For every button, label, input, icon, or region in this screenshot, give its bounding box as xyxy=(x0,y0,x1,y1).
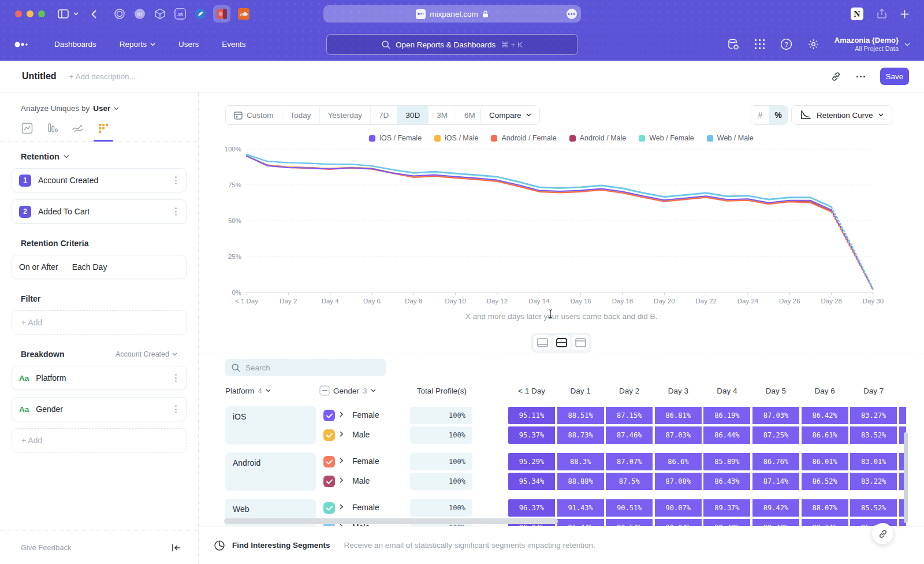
range-3m[interactable]: 3M xyxy=(429,106,456,124)
retention-value-cell[interactable]: 87.46% xyxy=(606,426,653,444)
expand-row-icon[interactable] xyxy=(340,504,343,510)
retention-value-cell[interactable]: 85.67% xyxy=(850,519,897,526)
compare-button[interactable]: Compare xyxy=(480,105,540,125)
range-30d[interactable]: 30D xyxy=(397,106,429,124)
platform-column-header[interactable]: Platform4 xyxy=(225,381,271,400)
range-6m[interactable]: 6M xyxy=(456,106,484,124)
step-options-icon[interactable] xyxy=(173,207,179,216)
retention-value-cell[interactable]: 86.52% xyxy=(802,473,848,490)
minimize-window-button[interactable] xyxy=(27,10,33,17)
breakdown-options-icon[interactable] xyxy=(173,405,179,413)
settings-gear-icon[interactable] xyxy=(807,38,819,50)
range-today[interactable]: Today xyxy=(282,106,320,124)
range-yesterday[interactable]: Yesterday xyxy=(320,106,371,124)
retention-value-cell[interactable]: 89.37% xyxy=(703,499,750,517)
retention-value-cell[interactable]: 86.44% xyxy=(703,426,750,444)
vertical-scrollbar[interactable] xyxy=(904,432,908,523)
legend-item[interactable]: Android / Male xyxy=(569,134,627,142)
table-search[interactable]: Search xyxy=(225,359,386,376)
retention-value-cell[interactable]: 83.27% xyxy=(850,407,897,424)
help-icon[interactable]: ? xyxy=(780,38,792,50)
retention-section-header[interactable]: Retention xyxy=(21,152,177,161)
global-search[interactable]: Open Reports & Dashboards ⌘ + K xyxy=(326,34,578,55)
retention-value-cell[interactable]: 95.29% xyxy=(508,453,555,470)
indeterminate-checkbox-icon[interactable] xyxy=(319,385,330,396)
horizontal-scrollbar[interactable] xyxy=(224,518,558,524)
tab-funnels[interactable] xyxy=(46,122,59,135)
retention-value-cell[interactable]: 87.5% xyxy=(606,473,653,490)
expand-row-icon[interactable] xyxy=(340,458,343,463)
chart-type-dropdown[interactable]: Retention Curve xyxy=(791,105,892,125)
step-options-icon[interactable] xyxy=(173,176,179,184)
breakdown-gender[interactable]: Aa Gender xyxy=(12,397,187,421)
chevron-down-icon[interactable] xyxy=(73,12,79,16)
percent-values-toggle[interactable]: % xyxy=(769,106,787,124)
more-options-icon[interactable] xyxy=(854,76,867,77)
criteria-interval[interactable]: Each Day xyxy=(72,262,107,272)
retention-value-cell[interactable]: 86.61% xyxy=(802,426,848,444)
retention-value-cell[interactable]: 88.51% xyxy=(557,407,604,424)
retention-value-cell[interactable]: 89.48% xyxy=(752,519,799,526)
analyze-uniques-row[interactable]: Analyze Uniques by User xyxy=(21,104,198,113)
legend-item[interactable]: iOS / Male xyxy=(434,134,478,142)
retention-value-cell[interactable]: 86.01% xyxy=(802,453,848,470)
breakdown-options-icon[interactable] xyxy=(173,374,179,382)
tab-soundcloud-icon[interactable] xyxy=(237,8,250,20)
apps-grid-icon[interactable] xyxy=(755,39,765,50)
tab-js-icon[interactable]: JS xyxy=(174,8,186,20)
range-custom[interactable]: Custom xyxy=(226,106,282,124)
legend-item[interactable]: Web / Female xyxy=(639,134,694,142)
nav-dashboards[interactable]: Dashboards xyxy=(54,40,96,49)
retention-value-cell[interactable]: 86.42% xyxy=(802,407,848,424)
zoom-window-button[interactable] xyxy=(38,10,45,17)
nav-events[interactable]: Events xyxy=(222,40,245,49)
retention-value-cell[interactable]: 83.22% xyxy=(850,473,897,490)
breakdown-scope-dropdown[interactable]: Account Created xyxy=(116,350,177,358)
retention-value-cell[interactable]: 95.37% xyxy=(508,426,555,444)
retention-value-cell[interactable]: 90.51% xyxy=(606,499,653,517)
legend-item[interactable]: Web / Male xyxy=(707,134,754,142)
tab-cube-icon[interactable] xyxy=(154,8,166,20)
share-link-fab[interactable] xyxy=(872,523,893,544)
series-checkbox[interactable] xyxy=(323,456,335,467)
layout-chart-only-toggle[interactable] xyxy=(534,335,551,350)
tab-flows[interactable] xyxy=(72,122,84,135)
absolute-values-toggle[interactable]: # xyxy=(751,106,769,124)
retention-value-cell[interactable]: 87.08% xyxy=(655,473,702,490)
retention-value-cell[interactable]: 95.34% xyxy=(508,473,555,490)
expand-row-icon[interactable] xyxy=(340,431,343,437)
series-checkbox[interactable] xyxy=(323,410,335,421)
extensions-icon[interactable]: ••• xyxy=(567,9,577,19)
give-feedback-link[interactable]: Give Feedback xyxy=(21,543,71,552)
retention-step-2[interactable]: 2 Added To Cart xyxy=(12,199,187,224)
legend-item[interactable]: Android / Female xyxy=(491,134,556,142)
retention-value-cell[interactable]: 86.76% xyxy=(752,453,799,470)
nav-users[interactable]: Users xyxy=(178,40,199,49)
retention-value-cell[interactable]: 88.73% xyxy=(557,426,604,444)
retention-line-chart[interactable]: 100%75%50%25%0%< 1 DayDay 2Day 4Day 6Day… xyxy=(225,146,884,309)
tab-active-app-icon[interactable] xyxy=(213,5,230,23)
report-title[interactable]: Untitled xyxy=(22,71,57,81)
retention-value-cell[interactable]: 88.3% xyxy=(557,453,604,470)
add-filter-button[interactable]: + Add xyxy=(12,310,187,335)
tab-target-icon[interactable] xyxy=(114,8,125,20)
layout-table-only-toggle[interactable] xyxy=(572,335,589,350)
legend-item[interactable]: iOS / Female xyxy=(369,134,422,142)
notion-icon[interactable]: N xyxy=(851,8,863,20)
retention-value-cell[interactable]: 95.11% xyxy=(508,407,555,424)
series-checkbox[interactable] xyxy=(323,429,335,441)
nav-reports[interactable]: Reports xyxy=(120,40,155,49)
retention-value-cell[interactable]: 91.44% xyxy=(557,519,604,526)
retention-value-cell[interactable]: 90.54% xyxy=(606,519,653,526)
retention-value-cell[interactable]: 85.89% xyxy=(703,453,750,470)
retention-value-cell[interactable]: 87.07% xyxy=(606,453,653,470)
retention-value-cell[interactable]: 87.14% xyxy=(752,473,799,490)
retention-value-cell[interactable]: 87.03% xyxy=(752,407,799,424)
share-icon[interactable] xyxy=(877,9,886,19)
save-button[interactable]: Save xyxy=(880,68,909,85)
retention-value-cell[interactable]: 88.88% xyxy=(557,473,604,490)
copy-link-icon[interactable] xyxy=(830,71,841,82)
tab-globe-icon[interactable] xyxy=(195,8,206,20)
tab-insights[interactable] xyxy=(21,122,33,135)
expand-row-icon[interactable] xyxy=(340,477,343,483)
